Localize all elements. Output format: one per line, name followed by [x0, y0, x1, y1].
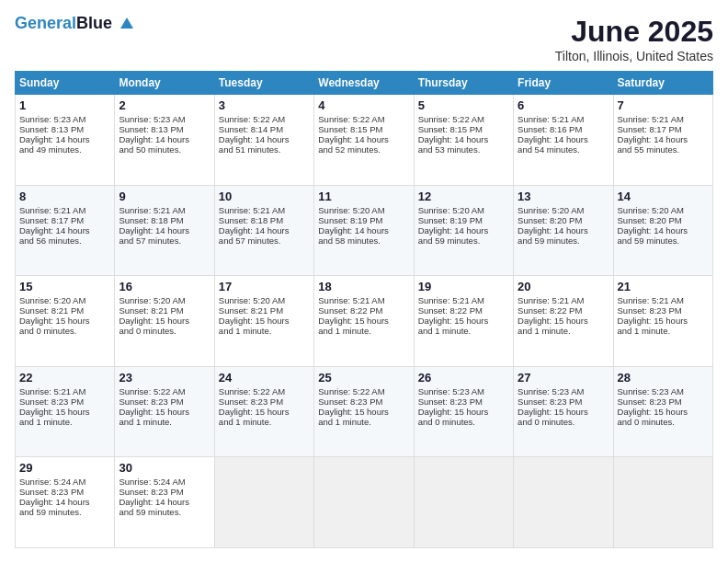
day-cell-11: 11Sunrise: 5:20 AMSunset: 8:19 PMDayligh…	[314, 185, 414, 276]
svg-marker-0	[120, 17, 133, 29]
day-cell-18: 18Sunrise: 5:21 AMSunset: 8:22 PMDayligh…	[314, 276, 414, 367]
empty-cell	[514, 457, 613, 548]
day-cell-15: 15Sunrise: 5:20 AMSunset: 8:21 PMDayligh…	[16, 276, 115, 367]
col-tuesday: Tuesday	[214, 72, 313, 95]
empty-cell	[214, 457, 313, 548]
day-cell-27: 27Sunrise: 5:23 AMSunset: 8:23 PMDayligh…	[514, 366, 613, 457]
day-cell-23: 23Sunrise: 5:22 AMSunset: 8:23 PMDayligh…	[115, 366, 214, 457]
calendar-header-row: Sunday Monday Tuesday Wednesday Thursday…	[16, 72, 713, 95]
day-cell-22: 22Sunrise: 5:21 AMSunset: 8:23 PMDayligh…	[16, 366, 115, 457]
col-monday: Monday	[115, 72, 214, 95]
day-cell-17: 17Sunrise: 5:20 AMSunset: 8:21 PMDayligh…	[214, 276, 313, 367]
logo: GeneralBlue	[15, 15, 135, 33]
day-cell-25: 25Sunrise: 5:22 AMSunset: 8:23 PMDayligh…	[314, 366, 414, 457]
col-sunday: Sunday	[16, 72, 115, 95]
logo-icon	[119, 16, 135, 32]
title-block: June 2025 Tilton, Illinois, United State…	[555, 15, 713, 63]
col-saturday: Saturday	[613, 72, 712, 95]
day-cell-30: 30Sunrise: 5:24 AMSunset: 8:23 PMDayligh…	[115, 457, 214, 548]
table-row: 29Sunrise: 5:24 AMSunset: 8:23 PMDayligh…	[16, 457, 713, 548]
calendar-subtitle: Tilton, Illinois, United States	[555, 49, 713, 63]
day-cell-29: 29Sunrise: 5:24 AMSunset: 8:23 PMDayligh…	[16, 457, 115, 548]
day-cell-8: 8Sunrise: 5:21 AMSunset: 8:17 PMDaylight…	[16, 185, 115, 276]
col-thursday: Thursday	[414, 72, 513, 95]
table-row: 1Sunrise: 5:23 AMSunset: 8:13 PMDaylight…	[16, 95, 713, 186]
day-cell-13: 13Sunrise: 5:20 AMSunset: 8:20 PMDayligh…	[514, 185, 613, 276]
table-row: 22Sunrise: 5:21 AMSunset: 8:23 PMDayligh…	[16, 366, 713, 457]
logo-text: GeneralBlue	[15, 15, 135, 33]
calendar-table: Sunday Monday Tuesday Wednesday Thursday…	[15, 71, 713, 548]
day-cell-6: 6Sunrise: 5:21 AMSunset: 8:16 PMDaylight…	[514, 95, 613, 186]
day-cell-7: 7Sunrise: 5:21 AMSunset: 8:17 PMDaylight…	[613, 95, 712, 186]
calendar-page: GeneralBlue June 2025 Tilton, Illinois, …	[0, 0, 728, 563]
day-cell-24: 24Sunrise: 5:22 AMSunset: 8:23 PMDayligh…	[214, 366, 313, 457]
day-cell-2: 2Sunrise: 5:23 AMSunset: 8:13 PMDaylight…	[115, 95, 214, 186]
day-cell-20: 20Sunrise: 5:21 AMSunset: 8:22 PMDayligh…	[514, 276, 613, 367]
header: GeneralBlue June 2025 Tilton, Illinois, …	[15, 15, 713, 63]
day-cell-3: 3Sunrise: 5:22 AMSunset: 8:14 PMDaylight…	[214, 95, 313, 186]
day-cell-9: 9Sunrise: 5:21 AMSunset: 8:18 PMDaylight…	[115, 185, 214, 276]
day-cell-21: 21Sunrise: 5:21 AMSunset: 8:23 PMDayligh…	[613, 276, 712, 367]
day-cell-16: 16Sunrise: 5:20 AMSunset: 8:21 PMDayligh…	[115, 276, 214, 367]
calendar-title: June 2025	[555, 15, 713, 49]
day-cell-10: 10Sunrise: 5:21 AMSunset: 8:18 PMDayligh…	[214, 185, 313, 276]
day-cell-5: 5Sunrise: 5:22 AMSunset: 8:15 PMDaylight…	[414, 95, 513, 186]
day-cell-19: 19Sunrise: 5:21 AMSunset: 8:22 PMDayligh…	[414, 276, 513, 367]
table-row: 15Sunrise: 5:20 AMSunset: 8:21 PMDayligh…	[16, 276, 713, 367]
empty-cell	[414, 457, 513, 548]
empty-cell	[314, 457, 414, 548]
day-cell-12: 12Sunrise: 5:20 AMSunset: 8:19 PMDayligh…	[414, 185, 513, 276]
day-cell-26: 26Sunrise: 5:23 AMSunset: 8:23 PMDayligh…	[414, 366, 513, 457]
day-cell-1: 1Sunrise: 5:23 AMSunset: 8:13 PMDaylight…	[16, 95, 115, 186]
table-row: 8Sunrise: 5:21 AMSunset: 8:17 PMDaylight…	[16, 185, 713, 276]
day-cell-28: 28Sunrise: 5:23 AMSunset: 8:23 PMDayligh…	[613, 366, 712, 457]
col-friday: Friday	[514, 72, 613, 95]
empty-cell	[613, 457, 712, 548]
day-cell-14: 14Sunrise: 5:20 AMSunset: 8:20 PMDayligh…	[613, 185, 712, 276]
day-cell-4: 4Sunrise: 5:22 AMSunset: 8:15 PMDaylight…	[314, 95, 414, 186]
col-wednesday: Wednesday	[314, 72, 414, 95]
